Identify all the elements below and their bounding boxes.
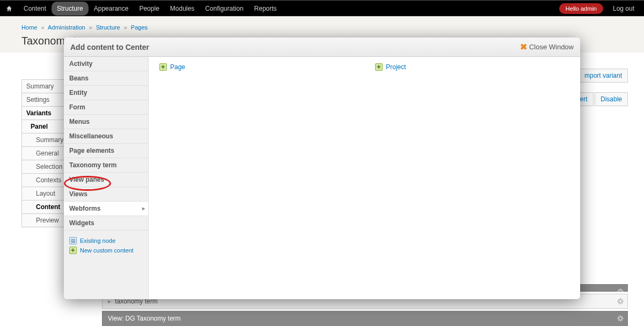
toolbar-structure[interactable]: Structure: [52, 2, 89, 16]
modal-title: Add content to Center: [70, 43, 149, 51]
breadcrumb: Home » Administration » Structure » Page…: [0, 21, 644, 34]
toolbar-content[interactable]: Content: [18, 2, 52, 16]
admin-toolbar: Content Structure Appearance People Modu…: [0, 0, 644, 16]
hello-admin-badge[interactable]: Hello admin: [559, 3, 603, 14]
close-window-button[interactable]: ✖ Close Window: [520, 42, 574, 52]
toolbar-configuration[interactable]: Configuration: [200, 2, 248, 16]
toolbar-reports[interactable]: Reports: [249, 2, 282, 16]
breadcrumb-home[interactable]: Home: [21, 24, 37, 31]
breadcrumb-structure[interactable]: Structure: [96, 24, 120, 31]
add-content-modal: Add content to Center ✖ Close Window Act…: [64, 38, 580, 53]
logout-link[interactable]: Log out: [609, 5, 639, 12]
toolbar-appearance[interactable]: Appearance: [89, 2, 134, 16]
home-icon[interactable]: [5, 5, 13, 12]
breadcrumb-pages[interactable]: Pages: [131, 24, 148, 31]
toolbar-modules[interactable]: Modules: [165, 2, 200, 16]
close-icon: ✖: [520, 42, 527, 52]
toolbar-people[interactable]: People: [134, 2, 164, 16]
breadcrumb-admin[interactable]: Administration: [48, 24, 85, 31]
modal-header: Add content to Center ✖ Close Window: [64, 38, 580, 53]
